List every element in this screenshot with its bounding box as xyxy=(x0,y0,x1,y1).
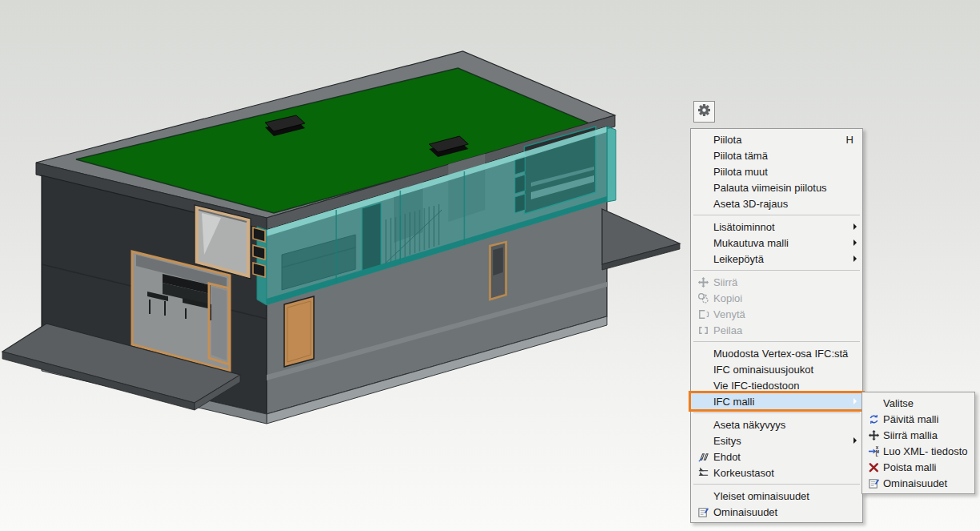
menu-item-piilota-muut[interactable]: Piilota muut xyxy=(691,163,862,179)
refresh-icon xyxy=(866,412,882,425)
wall-niches xyxy=(253,227,265,277)
move-icon xyxy=(866,428,882,441)
menu-item-esitys[interactable]: Esitys xyxy=(691,432,862,449)
menu-item-yleiset-ominaisuudet[interactable]: Yleiset ominaisuudet xyxy=(691,488,862,504)
properties-icon xyxy=(866,477,882,489)
submenu-arrow-icon xyxy=(853,437,857,444)
menu-item-ifc-ominaisuusjoukot[interactable]: IFC ominaisuusjoukot xyxy=(691,361,862,377)
settings-button[interactable] xyxy=(693,101,715,123)
menu-item-korkeustasot[interactable]: Korkeustasot xyxy=(691,465,862,481)
submenu-arrow-icon xyxy=(853,398,857,404)
conditions-icon xyxy=(694,450,712,463)
context-menu: Piilota H Piilota tämä Piilota muut Pala… xyxy=(690,128,863,523)
narrow-window xyxy=(490,242,506,300)
menu-item-ifc-malli[interactable]: IFC malli xyxy=(691,393,862,409)
menu-item-venyta: Venytä xyxy=(691,306,862,322)
properties-icon xyxy=(694,505,712,518)
levels-icon xyxy=(694,466,712,479)
menu-item-piilota-tama[interactable]: Piilota tämä xyxy=(691,147,862,163)
menu-item-ehdot[interactable]: Ehdot xyxy=(691,449,862,465)
submenu-arrow-icon xyxy=(853,255,857,262)
menu-item-ominaisuudet[interactable]: Ominaisuudet xyxy=(691,504,862,520)
menu-item-lisatoiminnot[interactable]: Lisätoiminnot xyxy=(691,219,862,235)
menu-item-palauta-viimeisin-piilotus[interactable]: Palauta viimeisin piilotus xyxy=(691,179,862,195)
submenu-item-paivita-malli[interactable]: Päivitä malli xyxy=(862,411,974,427)
front-door xyxy=(284,296,314,367)
delete-icon xyxy=(866,461,882,473)
submenu-item-luo-xml-tiedosto[interactable]: X M L Luo XML- tiedosto xyxy=(862,443,974,459)
menu-item-aseta-3d-rajaus[interactable]: Aseta 3D-rajaus xyxy=(691,195,862,211)
gear-icon xyxy=(697,103,711,120)
menu-item-peilaa: Peilaa xyxy=(691,322,862,338)
menu-item-aseta-nakyvyys[interactable]: Aseta näkyvyys xyxy=(691,416,862,432)
copy-icon xyxy=(694,292,712,304)
menu-separator xyxy=(693,215,860,215)
submenu-item-ominaisuudet[interactable]: Ominaisuudet xyxy=(862,475,974,491)
submenu-item-siirra-mallia[interactable]: Siirrä mallia xyxy=(862,427,974,443)
menu-separator xyxy=(693,484,860,485)
menu-item-leikepoyta[interactable]: Leikepöytä xyxy=(691,251,862,267)
menu-item-kopioi: Kopioi xyxy=(691,290,862,306)
menu-item-vie-ifc-tiedostoon[interactable]: Vie IFC-tiedostoon xyxy=(691,377,862,393)
menu-separator xyxy=(693,412,860,413)
right-deck xyxy=(602,209,680,270)
menu-item-mukautuva-malli[interactable]: Mukautuva malli xyxy=(691,235,862,251)
stretch-icon xyxy=(694,308,712,320)
menu-separator xyxy=(693,341,860,342)
menu-separator xyxy=(693,270,860,271)
submenu-item-poista-malli[interactable]: Poista malli xyxy=(862,459,974,475)
svg-text:L: L xyxy=(875,453,878,457)
submenu-item-valitse[interactable]: Valitse xyxy=(862,395,974,411)
ifc-malli-submenu: Valitse Päivitä malli Siirrä mallia X M … xyxy=(862,392,975,494)
mirror-icon xyxy=(694,324,712,336)
xml-icon: X M L xyxy=(866,445,882,457)
submenu-arrow-icon xyxy=(853,239,857,246)
menu-item-muodosta-vertex-osa[interactable]: Muodosta Vertex-osa IFC:stä xyxy=(691,345,862,361)
menu-item-label: Piilota xyxy=(712,134,846,146)
move-icon xyxy=(694,276,712,288)
menu-item-piilota[interactable]: Piilota H xyxy=(691,131,862,147)
shortcut-key: H xyxy=(846,134,858,146)
submenu-arrow-icon xyxy=(853,223,857,230)
menu-item-siirra: Siirrä xyxy=(691,274,862,290)
